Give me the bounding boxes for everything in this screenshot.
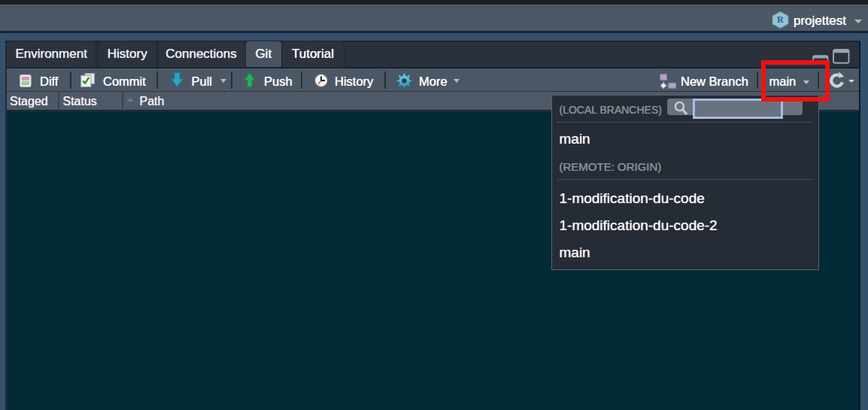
svg-text:R: R xyxy=(777,14,785,25)
